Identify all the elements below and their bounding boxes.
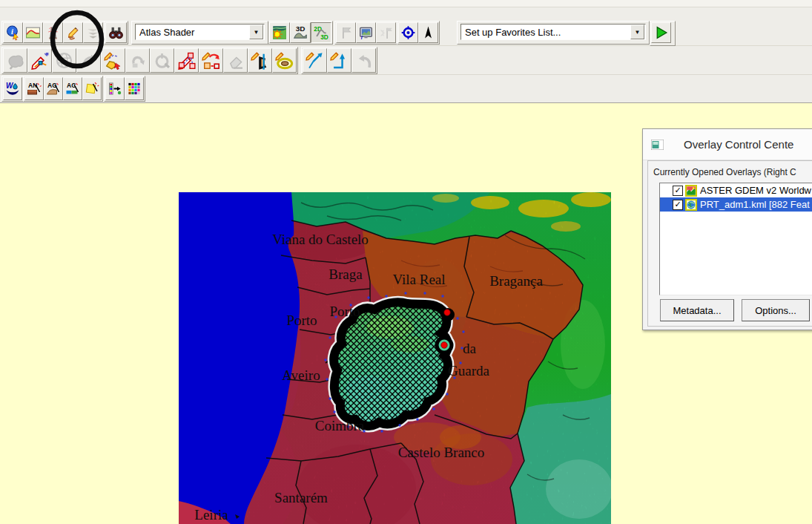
annotate-ac-button[interactable]: AC: [63, 77, 82, 100]
spin-feature-button[interactable]: [150, 48, 174, 73]
path-profile-button[interactable]: [23, 22, 43, 43]
color-grid-button[interactable]: [125, 77, 144, 100]
favorites-combo[interactable]: Set up Favorites List... ▼: [461, 24, 646, 40]
layer-checkbox[interactable]: ✓: [673, 200, 683, 210]
line-right-angle-icon: [329, 50, 349, 71]
reshape-feature-icon: [201, 50, 221, 71]
feature-info-button[interactable]: i: [3, 22, 23, 43]
north-arrow-button[interactable]: [418, 22, 438, 43]
cut-polygon-icon: [250, 50, 270, 71]
annotate-an-button[interactable]: AN: [24, 77, 44, 100]
map-label: Braga: [329, 266, 363, 282]
options-button[interactable]: Options...: [742, 299, 810, 321]
overlays-list-label: Currently Opened Overlays (Right C: [648, 161, 812, 177]
move-feature-button[interactable]: [101, 48, 125, 73]
map-label: Coimbra: [315, 418, 365, 433]
reshape-feature-button[interactable]: [199, 48, 223, 73]
run-favorite-button[interactable]: [651, 22, 671, 43]
watershed-w-icon: W: [5, 79, 20, 98]
toolbar-group-r2a: [1, 47, 298, 74]
globe-digitize-icon: [54, 50, 74, 71]
path-profile-3d-icon: 2D3D: [313, 24, 329, 41]
line-direction-ne-button[interactable]: [303, 48, 327, 73]
flag-sparkle-button[interactable]: [376, 22, 396, 43]
raster-layer-icon: [685, 185, 697, 197]
undo-digitize-icon: [354, 50, 374, 71]
view-shed-button[interactable]: [43, 22, 63, 43]
view-3d-button[interactable]: 3D: [290, 22, 311, 43]
shader-combo-group: Atlas Shader ▼: [131, 21, 268, 45]
toolbar-area: i3D2D3DiWANAGAC Atlas Shader ▼ Set up Fa…: [0, 0, 812, 103]
shader-combo[interactable]: Atlas Shader ▼: [135, 24, 265, 40]
center-target-button[interactable]: [398, 22, 418, 43]
layer-checkbox[interactable]: ✓: [673, 186, 683, 196]
digitizer-pencil-button[interactable]: [63, 22, 83, 43]
overlay-fade-button[interactable]: [83, 22, 103, 43]
flag-sparkle-icon: [378, 24, 394, 41]
favorites-combo-value: Set up Favorites List...: [465, 27, 561, 38]
map-label: Aveiro: [282, 367, 320, 383]
digitizer-alt-icon: [5, 50, 25, 71]
panel-title-bar[interactable]: Overlay Control Cente: [643, 129, 812, 160]
edit-vertex-button[interactable]: [27, 48, 52, 73]
watershed-w-button[interactable]: W: [3, 77, 22, 100]
red-point-marker: [441, 342, 447, 348]
svg-text:i: i: [11, 27, 13, 36]
vertex-squares-button[interactable]: [174, 48, 199, 73]
flag-tool-icon: [338, 24, 354, 41]
play-icon: [653, 24, 669, 41]
path-profile-3d-button[interactable]: 2D3D: [311, 22, 331, 43]
north-arrow-icon: [420, 24, 436, 41]
line-right-angle-button[interactable]: [327, 48, 351, 73]
image-viewer-icon: i: [358, 24, 374, 41]
search-binoculars-button[interactable]: [105, 22, 127, 43]
panel-title: Overlay Control Cente: [684, 138, 793, 151]
line-direction-ne-icon: [305, 50, 325, 71]
run-favorite-group: [650, 21, 676, 46]
map-view[interactable]: Viana do CasteloBragaVila RealBragançaPo…: [179, 192, 611, 524]
overlay-list-item[interactable]: ✓ASTER GDEM v2 Worldw: [660, 183, 812, 197]
curve-tool-button[interactable]: [76, 48, 101, 73]
view-shed-icon: [45, 24, 61, 41]
center-target-icon: [400, 24, 416, 41]
map-label: Guarda: [448, 363, 489, 379]
digitizer-pencil-icon: [65, 24, 81, 41]
toolbar-group-r3c: [104, 76, 145, 102]
annotate-an-icon: AN: [27, 79, 42, 98]
view-3d-icon: 3D: [292, 24, 308, 41]
shader-combo-value: Atlas Shader: [139, 27, 194, 38]
erase-feature-button[interactable]: [223, 48, 248, 73]
shader-options-button[interactable]: [269, 22, 290, 43]
digitizer-alt-button[interactable]: [3, 48, 27, 73]
buffer-feature-button[interactable]: [272, 48, 297, 73]
toolbar-group-r1e: [397, 21, 440, 45]
vector-layer-icon: [685, 199, 697, 211]
spin-feature-icon: [152, 50, 172, 71]
note-square-button[interactable]: [82, 77, 102, 100]
image-viewer-button[interactable]: i: [356, 22, 376, 43]
curve-tool-icon: [79, 50, 99, 71]
panel-body: Currently Opened Overlays (Right C ✓ASTE…: [647, 160, 812, 327]
search-binoculars-icon: [108, 24, 125, 41]
rotate-feature-button[interactable]: [125, 48, 150, 73]
toolbar-group-r2b: [301, 47, 377, 74]
overlay-list[interactable]: ✓ASTER GDEM v2 Worldw✓PRT_adm1.kml [882 …: [659, 183, 812, 295]
edit-vertex-icon: [30, 50, 50, 71]
map-label: da: [463, 341, 477, 356]
overlay-list-item[interactable]: ✓PRT_adm1.kml [882 Feat: [660, 197, 812, 212]
annotate-ag-button[interactable]: AG: [44, 77, 63, 100]
undo-digitize-button[interactable]: [351, 48, 376, 73]
cut-polygon-button[interactable]: [248, 48, 272, 73]
palette-transfer-button[interactable]: [105, 77, 125, 100]
color-grid-icon: [127, 79, 142, 98]
flag-tool-button[interactable]: [336, 22, 356, 43]
favorites-combo-arrow-icon[interactable]: ▼: [630, 24, 644, 39]
toolbar-group-r1b: [104, 21, 128, 45]
toolbar-row-divider: [0, 74, 812, 75]
globe-digitize-button[interactable]: [52, 48, 76, 73]
map-label: Vila Real: [392, 272, 445, 287]
metadata-button[interactable]: Metadata...: [660, 299, 734, 321]
shader-combo-arrow-icon[interactable]: ▼: [249, 24, 263, 39]
map-image[interactable]: Viana do CasteloBragaVila RealBragançaPo…: [179, 192, 611, 524]
map-label: Porto: [286, 312, 317, 328]
